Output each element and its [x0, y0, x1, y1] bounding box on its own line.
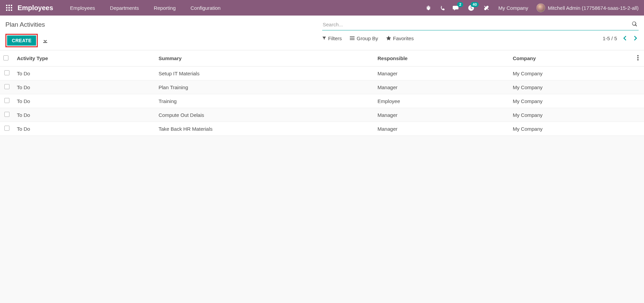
cell-responsible: Manager	[374, 122, 509, 136]
tools-icon[interactable]	[483, 4, 490, 11]
table-row[interactable]: To DoSetup IT MaterialsManagerMy Company	[0, 67, 644, 80]
control-panel: Plan Activities CREATE	[0, 16, 644, 50]
create-button-highlight: CREATE	[5, 34, 38, 47]
page-title: Plan Activities	[5, 19, 322, 32]
col-company[interactable]: Company	[509, 50, 634, 67]
cell-summary: Plan Training	[155, 80, 374, 94]
user-name-label: Mitchell Admin (17758674-saas-15-2-all)	[548, 5, 639, 11]
filters-label: Filters	[328, 35, 342, 41]
cell-summary: Take Back HR Materials	[155, 122, 374, 136]
top-navbar: Employees Employees Departments Reportin…	[0, 0, 644, 16]
groupby-label: Group By	[357, 35, 378, 41]
table-row[interactable]: To DoCompute Out DelaisManagerMy Company	[0, 108, 644, 122]
column-options-icon[interactable]	[637, 55, 639, 60]
svg-rect-5	[11, 7, 12, 8]
company-switcher[interactable]: My Company	[496, 5, 530, 11]
search-input[interactable]	[322, 20, 631, 29]
navbar-right: 2 40 My Company Mitchell Admin (17758674…	[425, 3, 639, 12]
cell-company: My Company	[509, 122, 634, 136]
user-menu[interactable]: Mitchell Admin (17758674-saas-15-2-all)	[536, 3, 639, 12]
svg-rect-6	[6, 9, 7, 11]
col-activity-type[interactable]: Activity Type	[13, 50, 155, 67]
table-row[interactable]: To DoPlan TrainingManagerMy Company	[0, 80, 644, 94]
nav-reporting[interactable]: Reporting	[148, 5, 182, 11]
groupby-button[interactable]: Group By	[350, 35, 378, 41]
cell-summary: Training	[155, 94, 374, 108]
cell-company: My Company	[509, 80, 634, 94]
nav-departments[interactable]: Departments	[104, 5, 145, 11]
download-icon[interactable]	[41, 36, 49, 45]
app-title[interactable]: Employees	[18, 4, 53, 12]
search-icon[interactable]	[631, 21, 639, 28]
pager-next-icon[interactable]	[633, 34, 639, 42]
cell-activity-type: To Do	[13, 108, 155, 122]
bug-icon[interactable]	[425, 4, 432, 11]
search-bar	[322, 19, 639, 30]
messages-badge: 2	[457, 2, 463, 7]
cell-responsible: Manager	[374, 80, 509, 94]
cell-activity-type: To Do	[13, 94, 155, 108]
table-row[interactable]: To DoTrainingEmployeeMy Company	[0, 94, 644, 108]
activities-clock-icon[interactable]: 40	[467, 4, 475, 11]
phone-icon[interactable]	[438, 4, 446, 11]
svg-rect-4	[8, 7, 10, 8]
cell-responsible: Manager	[374, 108, 509, 122]
svg-rect-0	[6, 5, 7, 6]
cell-company: My Company	[509, 108, 634, 122]
favorites-label: Favorites	[393, 35, 414, 41]
row-checkbox[interactable]	[4, 70, 9, 75]
svg-point-9	[637, 55, 639, 56]
activities-table: Activity Type Summary Responsible Compan…	[0, 50, 644, 136]
svg-rect-2	[11, 5, 12, 6]
cell-summary: Setup IT Materials	[155, 67, 374, 80]
nav-employees[interactable]: Employees	[64, 5, 101, 11]
svg-rect-7	[8, 9, 10, 11]
pager-prev-icon[interactable]	[622, 34, 628, 42]
cell-company: My Company	[509, 67, 634, 80]
svg-point-10	[637, 57, 639, 58]
favorites-button[interactable]: Favorites	[386, 35, 414, 41]
activities-badge: 40	[471, 2, 479, 7]
cell-responsible: Employee	[374, 94, 509, 108]
col-responsible[interactable]: Responsible	[374, 50, 509, 67]
pager: 1-5 / 5	[603, 34, 639, 42]
avatar-icon	[536, 3, 545, 12]
pager-text: 1-5 / 5	[603, 35, 617, 41]
row-checkbox[interactable]	[4, 126, 9, 131]
cell-activity-type: To Do	[13, 122, 155, 136]
cell-activity-type: To Do	[13, 67, 155, 80]
messages-icon[interactable]: 2	[452, 4, 459, 11]
select-all-checkbox[interactable]	[3, 55, 8, 60]
nav-configuration[interactable]: Configuration	[185, 5, 227, 11]
svg-rect-3	[6, 7, 7, 8]
row-checkbox[interactable]	[4, 98, 9, 103]
cell-summary: Compute Out Delais	[155, 108, 374, 122]
cell-responsible: Manager	[374, 67, 509, 80]
table-header-row: Activity Type Summary Responsible Compan…	[0, 50, 644, 67]
filters-button[interactable]: Filters	[322, 35, 342, 41]
navbar-left: Employees Employees Departments Reportin…	[5, 4, 227, 12]
row-checkbox[interactable]	[4, 112, 9, 117]
apps-grid-icon[interactable]	[5, 4, 13, 11]
svg-rect-1	[8, 5, 10, 6]
row-checkbox[interactable]	[4, 84, 9, 89]
cell-company: My Company	[509, 94, 634, 108]
create-button[interactable]: CREATE	[7, 35, 36, 46]
svg-rect-8	[11, 9, 12, 11]
svg-point-11	[637, 59, 639, 60]
col-summary[interactable]: Summary	[155, 50, 374, 67]
table-row[interactable]: To DoTake Back HR MaterialsManagerMy Com…	[0, 122, 644, 136]
cell-activity-type: To Do	[13, 80, 155, 94]
